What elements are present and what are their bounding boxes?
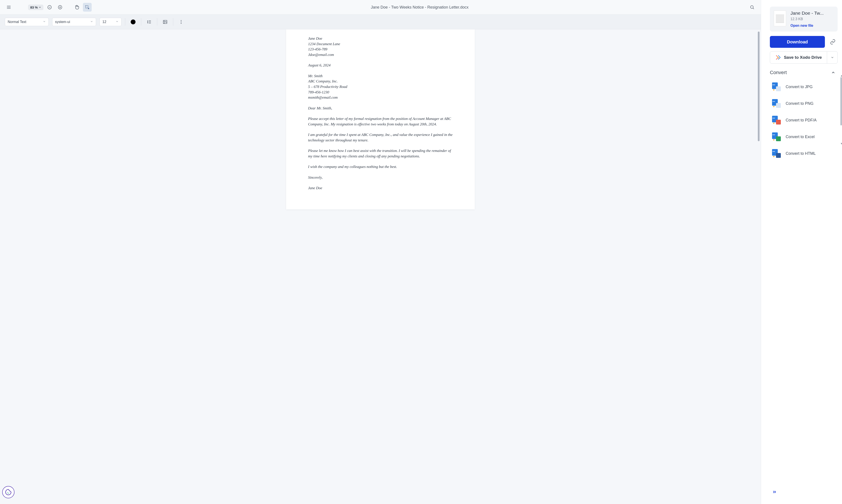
recipient-address: 5 – 678 Productivity Road [308,84,453,90]
svg-line-13 [753,8,754,9]
pdf-to-excel-icon [772,132,781,141]
save-to-drive-row: Save to Xodo Drive [770,51,838,64]
toolbar-divider [157,18,157,26]
cookie-icon [5,489,12,496]
more-options-button[interactable] [177,18,185,26]
copy-link-button[interactable] [828,37,838,47]
convert-to-excel[interactable]: Convert to Excel [770,129,838,144]
pan-tool-button[interactable] [72,3,81,12]
document-page[interactable]: Jane Doe 1234 Document Lane 123-456-789 … [286,29,475,209]
font-size-select[interactable]: 12 [100,18,122,26]
line-spacing-button[interactable] [145,18,154,26]
signature: Jane Doe [308,185,453,191]
svg-point-23 [7,492,8,493]
chevron-up-icon [831,70,836,75]
format-toolbar: Normal Text system-ui 12 [0,15,761,29]
pdf-to-pdfa-icon [772,116,781,125]
closing: Sincerely, [308,175,453,180]
svg-point-20 [181,20,182,21]
svg-rect-8 [86,6,88,8]
zoom-control[interactable]: 83 % [28,5,43,10]
cookie-consent-button[interactable] [2,486,15,498]
convert-to-html[interactable]: Convert to HTML [770,146,838,161]
save-dropdown-button[interactable] [827,52,837,64]
svg-point-21 [181,21,182,22]
file-info-card: Jane Doe - Tw... 12.3 KB Open new file [770,6,838,32]
top-toolbar: 83 % Jane Doe - Two Weeks Notice - Resig… [0,0,761,15]
pdf-to-jpg-icon [772,83,781,91]
insert-image-button[interactable] [161,18,169,26]
sender-phone: 123-456-789 [308,47,453,52]
convert-section-header[interactable]: Convert [770,70,838,75]
sender-address: 1234 Document Lane [308,41,453,47]
text-color-button[interactable] [129,18,138,26]
toolbar-divider [125,18,125,26]
recipient-block: Mr. Smith ABC Company, Inc. 5 – 678 Prod… [308,73,453,101]
body-paragraph: Please accept this letter of my formal r… [308,116,453,127]
convert-to-png[interactable]: Convert to PNG [770,96,838,111]
right-sidebar: Jane Doe - Tw... 12.3 KB Open new file D… [761,0,842,504]
convert-to-pdfa[interactable]: Convert to PDF/A [770,113,838,128]
salutation: Dear Mr. Smith, [308,106,453,111]
svg-point-22 [181,23,182,24]
recipient-name: Mr. Smith [308,73,453,79]
document-canvas[interactable]: Jane Doe 1234 Document Lane 123-456-789 … [0,29,761,504]
document-title: Jane Doe - Two Weeks Notice - Resignatio… [93,5,746,10]
recipient-phone: 789-456-1230 [308,90,453,95]
zoom-out-button[interactable] [45,3,54,12]
convert-to-jpg[interactable]: Convert to JPG [770,79,838,94]
zoom-value: 83 % [30,5,41,9]
select-tool-button[interactable] [83,3,92,12]
color-swatch-icon [131,19,136,24]
sender-name: Jane Doe [308,36,453,41]
sender-block: Jane Doe 1234 Document Lane 123-456-789 … [308,36,453,58]
body-paragraph: Please let me know how I can best assist… [308,148,453,159]
text-style-select[interactable]: Normal Text [5,18,49,26]
search-button[interactable] [748,3,756,12]
download-button[interactable]: Download [770,36,825,48]
file-thumbnail-icon [774,11,786,26]
toolbar-divider [141,18,141,26]
sender-email: Jdoe@email.com [308,52,453,58]
file-size: 12.3 KB [790,17,834,21]
more-actions-button[interactable] [770,485,838,500]
open-new-file-link[interactable]: Open new file [790,24,834,28]
xodo-logo-icon [775,54,781,60]
pdf-to-html-icon [772,149,781,158]
save-to-drive-button[interactable]: Save to Xodo Drive [770,52,827,64]
recipient-email: msmith@email.com [308,95,453,101]
convert-list: Convert to JPG Convert to PNG Convert to… [770,79,838,161]
recipient-company: ABC Company, Inc. [308,79,453,84]
font-family-select[interactable]: system-ui [52,18,96,26]
svg-point-12 [751,6,753,8]
body-paragraph: I wish the company and my colleagues not… [308,164,453,170]
svg-point-24 [8,492,9,493]
toolbar-divider [173,18,173,26]
svg-point-19 [164,21,165,22]
svg-point-25 [8,493,8,494]
letter-date: August 6, 2024 [308,63,453,68]
pdf-to-png-icon [772,99,781,108]
body-paragraph: I am grateful for the time I spent at AB… [308,132,453,143]
vertical-scrollbar[interactable] [758,32,759,141]
zoom-in-button[interactable] [56,3,65,12]
hamburger-menu-button[interactable] [4,3,13,12]
file-name: Jane Doe - Tw... [790,11,834,16]
